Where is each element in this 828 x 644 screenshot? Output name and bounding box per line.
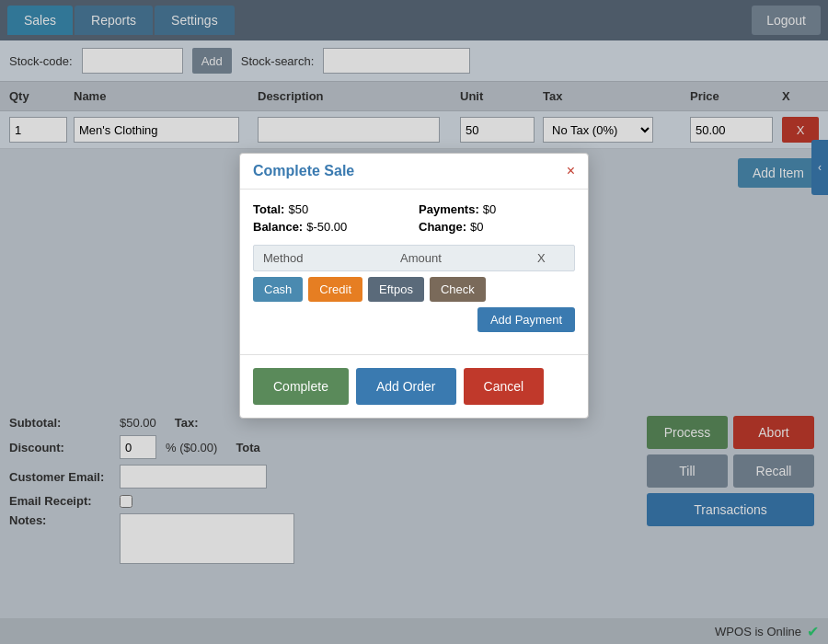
balance-item: Balance: $-50.00 [253,220,409,234]
payments-value: $0 [483,202,496,216]
check-button[interactable]: Check [430,277,486,302]
amount-col: Amount [400,251,537,265]
add-payment-button[interactable]: Add Payment [477,307,575,332]
change-item: Change: $0 [419,220,575,234]
modal-close-button[interactable]: × [567,163,575,179]
total-value: $50 [288,202,308,216]
modal-overlay: Complete Sale × Total: $50 Payments: $0 … [0,0,828,644]
payments-item: Payments: $0 [419,202,575,216]
payment-type-buttons: Cash Credit Eftpos Check Add Payment [253,277,575,332]
total-label: Total: [253,202,284,216]
method-col: Method [263,251,400,265]
cash-button[interactable]: Cash [253,277,303,302]
balance-label: Balance: [253,220,303,234]
payments-label: Payments: [419,202,479,216]
credit-button[interactable]: Credit [308,277,362,302]
x-col: X [537,251,565,265]
change-label: Change: [419,220,466,234]
complete-sale-modal: Complete Sale × Total: $50 Payments: $0 … [239,153,589,419]
modal-footer: Complete Add Order Cancel [240,354,588,418]
eftpos-button[interactable]: Eftpos [368,277,424,302]
change-value: $0 [470,220,483,234]
modal-body: Total: $50 Payments: $0 Balance: $-50.00… [240,190,588,354]
modal-info: Total: $50 Payments: $0 Balance: $-50.00… [253,202,575,234]
add-order-button[interactable]: Add Order [356,368,456,405]
complete-button[interactable]: Complete [253,368,349,405]
modal-title: Complete Sale [253,163,354,179]
balance-value: $-50.00 [306,220,347,234]
cancel-button[interactable]: Cancel [464,368,545,405]
total-item: Total: $50 [253,202,409,216]
modal-header: Complete Sale × [240,154,588,190]
modal-table-header: Method Amount X [253,245,575,271]
